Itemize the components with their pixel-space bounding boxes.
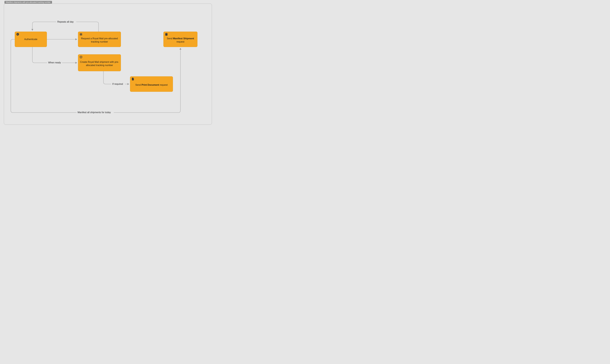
node-label: Send Manifest Shipment request — [165, 37, 196, 43]
box-icon — [79, 55, 83, 59]
verified-badge-icon — [16, 33, 19, 36]
node-create-shipment: Create Royal Mail shipment with pre-allo… — [78, 54, 121, 71]
node-manifest-shipment: Send Manifest Shipment request — [163, 32, 197, 47]
package-add-icon — [79, 33, 83, 36]
diagram-canvas: Manifest shipments with pre-allocated tr… — [0, 0, 216, 129]
document-icon — [131, 78, 135, 81]
edge-label-if-required: If required — [112, 83, 123, 85]
node-request-tracking: Request a Royal Mail pre-allocated track… — [78, 32, 121, 47]
node-label: Send Print Document request — [132, 83, 171, 87]
edge-label-manifest-all: Manifest all shipments for today — [78, 111, 111, 114]
diagram-title: Manifest shipments with pre-allocated tr… — [4, 1, 52, 4]
node-label: Authenticate — [16, 38, 45, 41]
node-label: Request a Royal Mail pre-allocated track… — [80, 37, 119, 43]
node-print-document: Send Print Document request — [130, 76, 173, 92]
node-label: Create Royal Mail shipment with pre-allo… — [80, 60, 119, 67]
edge-label-repeats: Repeats all day — [57, 21, 74, 23]
edge-label-when-ready: When ready — [48, 61, 61, 64]
node-authenticate: Authenticate — [15, 32, 47, 47]
clipboard-icon — [165, 33, 168, 36]
